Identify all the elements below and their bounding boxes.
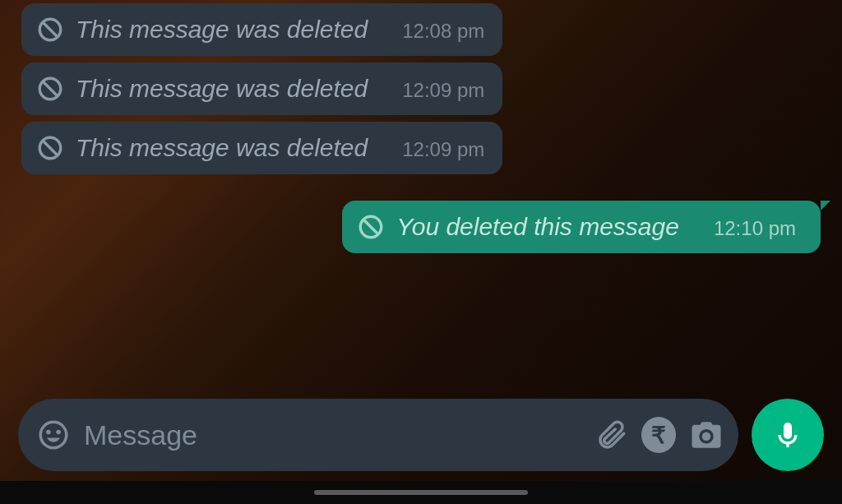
message-time: 12:08 pm xyxy=(402,20,484,43)
message-input[interactable] xyxy=(84,419,581,451)
message-text: This message was deleted xyxy=(76,74,368,104)
mic-button[interactable] xyxy=(752,399,824,471)
message-time: 12:09 pm xyxy=(402,138,484,161)
svg-point-9 xyxy=(56,430,61,435)
prohibit-icon xyxy=(357,213,385,241)
message-text: This message was deleted xyxy=(76,15,368,44)
message-time: 12:10 pm xyxy=(714,217,796,240)
prohibit-icon xyxy=(36,134,64,162)
outgoing-bubble[interactable]: You deleted this message 12:10 pm xyxy=(342,201,821,253)
home-indicator[interactable] xyxy=(314,490,528,495)
payment-icon[interactable]: ₹ xyxy=(641,418,676,452)
mic-icon xyxy=(771,418,804,451)
message-row[interactable]: This message was deleted 12:09 pm xyxy=(0,118,842,178)
incoming-bubble[interactable]: This message was deleted 12:08 pm xyxy=(21,3,502,56)
svg-line-1 xyxy=(44,23,58,37)
incoming-bubble[interactable]: This message was deleted 12:09 pm xyxy=(21,62,502,115)
svg-line-5 xyxy=(44,141,58,155)
prohibit-icon xyxy=(36,16,64,44)
prohibit-icon xyxy=(36,75,64,103)
system-nav-bar xyxy=(0,481,842,504)
attach-icon[interactable] xyxy=(594,418,628,452)
message-input-pill[interactable]: ₹ xyxy=(18,399,738,471)
message-row[interactable]: This message was deleted 12:09 pm xyxy=(0,59,842,118)
message-row[interactable]: You deleted this message 12:10 pm xyxy=(0,197,842,257)
message-text: This message was deleted xyxy=(76,133,368,163)
camera-icon[interactable] xyxy=(689,418,724,452)
emoji-icon[interactable] xyxy=(36,418,71,452)
svg-point-8 xyxy=(46,430,51,435)
message-time: 12:09 pm xyxy=(402,79,484,102)
chat-message-list[interactable]: This message was deleted 12:08 pm This m… xyxy=(0,0,842,257)
svg-line-3 xyxy=(44,82,58,96)
incoming-bubble[interactable]: This message was deleted 12:09 pm xyxy=(21,122,502,174)
message-text: You deleted this message xyxy=(396,212,679,242)
message-row[interactable]: This message was deleted 12:08 pm xyxy=(0,0,842,59)
svg-line-7 xyxy=(364,220,378,234)
